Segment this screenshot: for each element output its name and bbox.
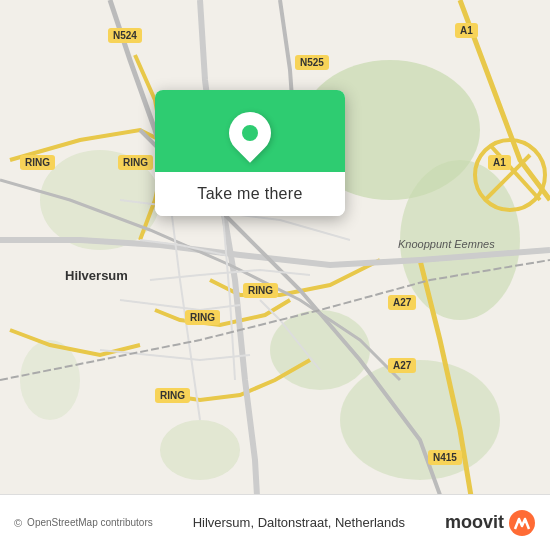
location-popup: Take me there	[155, 90, 345, 216]
svg-point-2	[270, 310, 370, 390]
road-label-ring2: RING	[118, 155, 153, 170]
road-label-ring1: RING	[20, 155, 55, 170]
road-label-n525: N525	[295, 55, 329, 70]
road-label-a1-right: A1	[488, 155, 511, 170]
svg-point-5	[160, 420, 240, 480]
moovit-icon	[508, 509, 536, 537]
popup-header	[155, 90, 345, 172]
bottom-bar: © OpenStreetMap contributors Hilversum, …	[0, 494, 550, 550]
road-label-ring4: RING	[185, 310, 220, 325]
svg-point-6	[20, 340, 80, 420]
moovit-logo: moovit	[445, 509, 536, 537]
copyright-icon: ©	[14, 517, 22, 529]
location-pin-icon	[220, 103, 279, 162]
place-label-knooppunt: Knooppunt Eemnes	[398, 238, 495, 250]
road-label-n524: N524	[108, 28, 142, 43]
take-me-there-button[interactable]: Take me there	[155, 172, 345, 216]
svg-point-4	[340, 360, 500, 480]
copyright-text: OpenStreetMap contributors	[27, 517, 153, 528]
road-label-a1-top: A1	[455, 23, 478, 38]
moovit-text: moovit	[445, 512, 504, 533]
copyright-section: © OpenStreetMap contributors	[14, 517, 153, 529]
road-label-a27-2: A27	[388, 358, 416, 373]
road-label-a27-1: A27	[388, 295, 416, 310]
location-text: Hilversum, Daltonstraat, Netherlands	[193, 515, 405, 530]
map-container: N524 N525 RING RING RING RING RING A1 A1…	[0, 0, 550, 550]
road-label-ring5: RING	[155, 388, 190, 403]
city-label-hilversum: Hilversum	[65, 268, 128, 283]
road-label-n415: N415	[428, 450, 462, 465]
road-label-ring3: RING	[243, 283, 278, 298]
pin-inner	[242, 125, 258, 141]
